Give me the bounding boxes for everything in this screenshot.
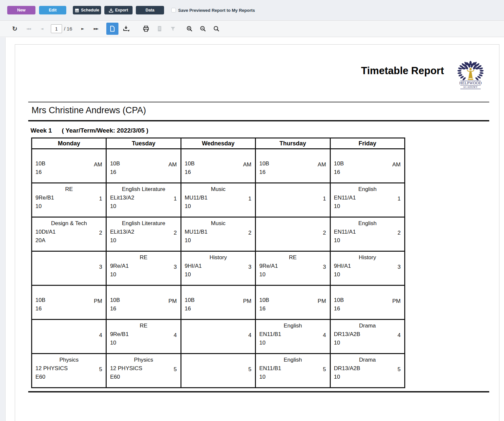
lesson-class-code: EN11/B1 [259, 330, 326, 339]
download-icon[interactable] [121, 23, 132, 35]
lesson-room [259, 202, 326, 211]
lesson-room: 10 [334, 202, 401, 211]
period-label: 2 [248, 229, 251, 237]
magnifier-icon[interactable] [211, 23, 222, 35]
logo-figure-head [470, 68, 472, 70]
period-label: 5 [248, 365, 251, 374]
data-button[interactable]: Data [136, 6, 164, 14]
timetable-cell-wednesday-5: 5 [181, 354, 255, 388]
timetable-cell-monday-am: 10B16AM [32, 149, 106, 183]
period-label: AM [243, 160, 252, 169]
timetable-cell-monday-5: Physics12 PHYSICSE605 [32, 354, 106, 388]
new-button[interactable]: New [7, 6, 35, 14]
lesson-room: 10 [110, 202, 177, 211]
period-label: 4 [323, 331, 326, 340]
lesson-class-code: EN11/A1 [334, 194, 401, 202]
lesson-class-code: MU11/B1 [185, 228, 252, 236]
lesson-subject [334, 287, 401, 296]
timetable-cell-monday-3: 3 [32, 251, 106, 285]
lesson-subject [35, 322, 102, 330]
edit-button[interactable]: Edit [39, 6, 66, 14]
logo-text-line1: HELPWOOD [459, 81, 482, 85]
lesson-room: 10 [110, 270, 177, 279]
header-rule-top [28, 102, 489, 102]
zoom-in-icon[interactable] [184, 23, 195, 35]
timetable-row-pm: 10B16PM10B16PM10B16PM10B16PM10B16PM [32, 285, 405, 320]
lesson-subject [185, 151, 252, 159]
day-header-friday: Friday [330, 138, 405, 149]
timetable-cell-thursday-5: EnglishEN11/B1105 [256, 354, 330, 388]
lesson-class-code: 10B [35, 159, 102, 168]
export-icon [109, 8, 113, 12]
lesson-class-code: 12 PHYSICS [110, 364, 177, 373]
lesson-room: 10 [185, 270, 252, 279]
timetable-row-4: 4RE9Re/B11044EnglishEN11/B1104DramaDR13/… [32, 320, 405, 354]
lesson-class-code: 9Re/B1 [110, 330, 177, 339]
lesson-subject: Drama [334, 356, 401, 364]
document-icon[interactable] [154, 23, 165, 35]
period-label: PM [318, 297, 326, 305]
timetable-cell-monday-4: 4 [32, 320, 106, 354]
filter-icon[interactable] [167, 23, 178, 35]
schedule-button[interactable]: Schedule [73, 6, 101, 14]
page-number-input[interactable] [51, 24, 62, 33]
lesson-room: 10 [259, 373, 326, 381]
lesson-subject: Physics [35, 356, 102, 364]
day-header-thursday: Thursday [256, 138, 330, 149]
next-page-icon[interactable]: ► [77, 23, 88, 35]
edit-button-label: Edit [49, 8, 57, 12]
period-label: 4 [99, 331, 102, 340]
lesson-class-code: 10B [185, 159, 252, 168]
lesson-subject [259, 151, 326, 159]
refresh-icon[interactable]: ↻ [9, 23, 20, 35]
timetable-cell-thursday-2: 2 [256, 217, 330, 251]
last-page-icon[interactable]: ►► [90, 23, 101, 35]
lesson-subject [35, 287, 102, 296]
timetable-cell-friday-pm: 10B16PM [330, 285, 405, 320]
period-label: PM [168, 297, 177, 305]
period-label: 3 [174, 263, 177, 271]
save-report-checkbox-label[interactable]: Save Previewed Report to My Reports [178, 8, 255, 13]
lesson-room: 10 [35, 202, 102, 211]
export-button-label: Export [115, 8, 128, 12]
lesson-class-code [35, 330, 102, 339]
period-label: 1 [398, 195, 401, 203]
lesson-class-code: 9HI/A1 [185, 262, 252, 270]
lesson-class-code: DR13/A2B [334, 364, 401, 373]
report-page: Timetable Report HELPWOOD ACADEMY Mrs Ch… [15, 44, 499, 421]
lesson-subject: Music [185, 219, 252, 228]
first-page-icon[interactable]: ◄◄ [23, 23, 34, 35]
lesson-class-code: ELit13/A2 [110, 194, 177, 202]
lesson-subject [35, 253, 102, 262]
lesson-room: 16 [35, 305, 102, 313]
timetable-cell-tuesday-5: Physics12 PHYSICSE605 [106, 354, 181, 388]
print-icon[interactable] [140, 23, 152, 35]
header-rule-bottom [28, 120, 489, 121]
single-page-view-icon[interactable] [106, 23, 118, 35]
lesson-room: 16 [35, 168, 102, 177]
lesson-subject: Music [185, 185, 252, 194]
report-footer-rule [28, 391, 489, 392]
lesson-subject: English [259, 356, 326, 364]
lesson-subject: English [259, 322, 326, 330]
lesson-room: 10 [110, 236, 177, 245]
viewer-toolbar: ↻ ◄◄ ◄ / 16 ► ►► [0, 20, 504, 37]
lesson-room: 10 [334, 236, 401, 245]
lesson-class-code: MU11/B1 [185, 194, 252, 202]
lesson-class-code [35, 262, 102, 270]
save-report-checkbox[interactable] [171, 8, 176, 12]
lesson-subject: RE [110, 322, 177, 330]
timetable-cell-friday-1: EnglishEN11/A1101 [330, 183, 405, 217]
period-label: 3 [248, 263, 251, 271]
lesson-room: 10 [259, 339, 326, 347]
lesson-class-code: 10B [110, 296, 177, 305]
lesson-class-code: 9HI/A1 [334, 262, 401, 270]
prev-page-icon[interactable]: ◄ [36, 23, 47, 35]
export-button[interactable]: Export [104, 6, 133, 14]
zoom-out-icon[interactable] [198, 23, 209, 35]
viewer-left-gutter [0, 37, 6, 421]
timetable-cell-thursday-pm: 10B16PM [256, 285, 330, 320]
lesson-room: 10 [185, 236, 252, 245]
school-logo: HELPWOOD ACADEMY [456, 60, 485, 93]
period-label: PM [392, 297, 401, 305]
